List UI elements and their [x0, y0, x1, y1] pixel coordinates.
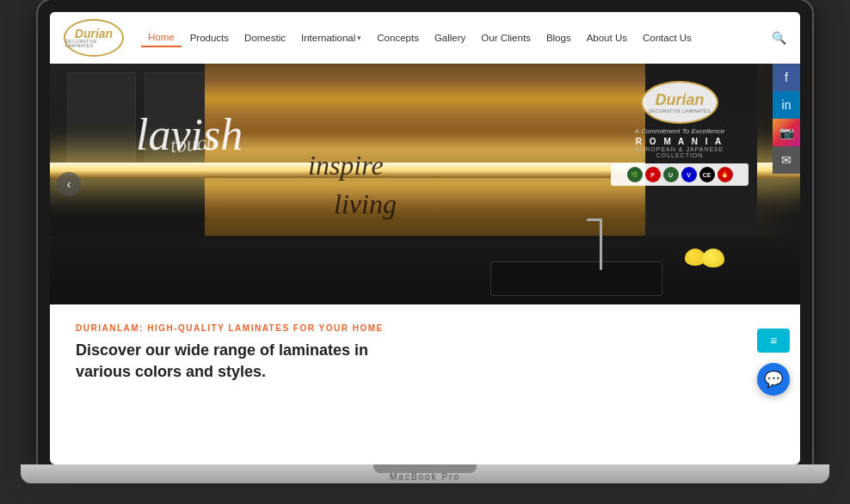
- arrow-left-icon: ‹: [67, 177, 71, 191]
- nav-item-blogs[interactable]: Blogs: [539, 29, 578, 46]
- linkedin-icon: in: [782, 98, 791, 112]
- laptop-outer: Durian DECORATIVE LAMINATES Home Product…: [0, 0, 850, 504]
- counter: [50, 236, 800, 304]
- website: Durian DECORATIVE LAMINATES Home Product…: [50, 12, 800, 464]
- brand-decorative-laminates: DECORATIVE LAMINATES: [649, 109, 711, 114]
- instagram-button[interactable]: 📷: [773, 119, 800, 146]
- main-nav: Home Products Domestic International ▾ C…: [141, 28, 772, 47]
- hero-text-touch: touch: [169, 131, 217, 158]
- brand-logo-text: Durian: [655, 91, 704, 109]
- nav-item-about-us[interactable]: About Us: [580, 29, 634, 46]
- sink: [490, 261, 662, 296]
- nav-item-gallery[interactable]: Gallery: [428, 29, 472, 46]
- content-tagline: DURIANLAM: HIGH-QUALITY LAMINATES FOR YO…: [76, 323, 774, 333]
- nav-item-products[interactable]: Products: [183, 29, 236, 46]
- facebook-button[interactable]: f: [773, 64, 800, 91]
- hero-prev-button[interactable]: ‹: [57, 172, 81, 196]
- linkedin-button[interactable]: in: [773, 91, 800, 119]
- chat-indicator[interactable]: ≡: [757, 329, 790, 353]
- cert-badge-5: CE: [699, 167, 715, 182]
- email-icon: ✉: [781, 153, 791, 167]
- logo-area[interactable]: Durian DECORATIVE LAMINATES: [64, 19, 124, 57]
- nav-item-contact-us[interactable]: Contact Us: [636, 29, 699, 46]
- nav-item-our-clients[interactable]: Our Clients: [474, 29, 538, 46]
- nav-item-domestic[interactable]: Domestic: [237, 29, 293, 46]
- hero-section: lavish touch inspire living Durian DECOR…: [50, 64, 800, 464]
- cert-badge-3: U: [663, 167, 679, 182]
- logo-oval: Durian DECORATIVE LAMINATES: [64, 19, 124, 57]
- hero-text-living: living: [334, 188, 397, 220]
- lemon-2: [702, 249, 724, 267]
- cert-badge-1: 🌿: [627, 167, 643, 182]
- laptop-screen-bezel: Durian DECORATIVE LAMINATES Home Product…: [38, 0, 812, 464]
- nav-item-home[interactable]: Home: [141, 28, 182, 47]
- hero-background: lavish touch inspire living Durian DECOR…: [50, 64, 800, 304]
- headline-line-2: various colors and styles.: [76, 363, 266, 380]
- logo-sub-text: DECORATIVE LAMINATES: [65, 40, 122, 48]
- brand-collection: EUROPEAN & JAPANESE COLLECTION: [611, 146, 748, 158]
- chat-icon: 💬: [764, 370, 783, 389]
- nav-item-international[interactable]: International ▾: [294, 29, 368, 46]
- brand-logo-oval: Durian DECORATIVE LAMINATES: [641, 81, 718, 124]
- chat-indicator-icon: ≡: [770, 334, 777, 347]
- chat-button[interactable]: 💬: [757, 363, 790, 396]
- brand-certifications: 🌿 P U V CE 🔥: [611, 163, 748, 186]
- hero-text-inspire: inspire: [308, 150, 384, 181]
- macbook-label: MacBook Pro: [390, 472, 460, 482]
- header: Durian DECORATIVE LAMINATES Home Product…: [50, 12, 800, 64]
- content-section: DURIANLAM: HIGH-QUALITY LAMINATES FOR YO…: [50, 304, 800, 400]
- laptop-screen: Durian DECORATIVE LAMINATES Home Product…: [50, 12, 800, 464]
- content-headline: Discover our wide range of laminates in …: [76, 340, 403, 383]
- search-icon[interactable]: 🔍: [772, 31, 786, 45]
- brand-overlay-box: Durian DECORATIVE LAMINATES A Commitment…: [611, 81, 748, 186]
- facebook-icon: f: [785, 71, 788, 84]
- brand-commitment: A Commitment To Excellence: [611, 127, 748, 135]
- cert-badge-6: 🔥: [718, 167, 733, 182]
- cert-badge-2: P: [645, 167, 661, 182]
- dropdown-arrow-icon: ▾: [357, 34, 361, 42]
- logo-brand-text: Durian: [75, 28, 113, 40]
- brand-romania: R O M A N I A: [611, 137, 748, 146]
- laptop-base: MacBook Pro: [21, 464, 829, 483]
- nav-item-concepts[interactable]: Concepts: [370, 29, 426, 46]
- cabinet-panel-1: [67, 72, 136, 167]
- social-sidebar: f in 📷 ✉: [773, 64, 800, 174]
- instagram-icon: 📷: [779, 126, 794, 139]
- email-button[interactable]: ✉: [773, 146, 800, 174]
- laptop-notch: [373, 464, 477, 473]
- headline-line-1: Discover our wide range of laminates in: [76, 341, 368, 359]
- cert-badge-4: V: [681, 167, 697, 182]
- faucet: [600, 218, 602, 270]
